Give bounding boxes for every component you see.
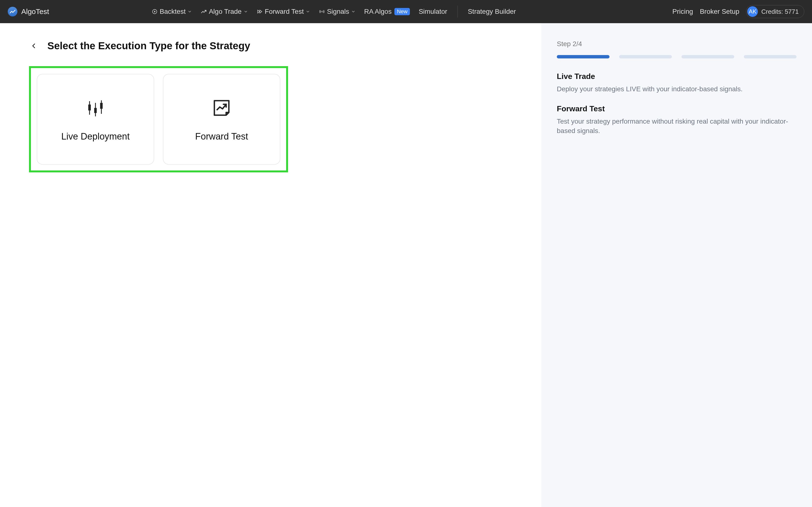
nav-item-label: Strategy Builder — [468, 8, 516, 15]
nav-item-label: Signals — [327, 8, 349, 15]
new-badge: New — [394, 8, 410, 15]
nav-backtest[interactable]: Backtest — [152, 8, 192, 15]
chart-document-icon — [211, 97, 233, 119]
card-label: Forward Test — [195, 131, 248, 142]
progress-segment-3 — [681, 55, 734, 58]
section-body-forward-test: Test your strategy performance without r… — [557, 117, 797, 135]
nav-ra-algos[interactable]: RA Algos New — [364, 8, 410, 15]
section-title-live-trade: Live Trade — [557, 72, 797, 81]
option-live-deployment[interactable]: Live Deployment — [37, 74, 154, 165]
nav-divider — [457, 6, 458, 18]
nav-algo-trade[interactable]: Algo Trade — [201, 8, 248, 15]
play-circle-icon — [152, 8, 158, 15]
step-indicator: Step 2/4 — [557, 40, 797, 48]
brand-name: AlgoTest — [21, 7, 49, 16]
trend-up-icon — [201, 8, 207, 15]
chevron-down-icon — [306, 8, 310, 15]
svg-rect-3 — [88, 105, 91, 111]
nav-item-label: Algo Trade — [209, 8, 242, 15]
brand-logo-icon — [8, 7, 17, 16]
svg-rect-5 — [94, 108, 97, 113]
broadcast-icon — [319, 8, 325, 15]
options-highlight-box: Live Deployment Forward Test — [29, 66, 288, 172]
section-body-live-trade: Deploy your strategies LIVE with your in… — [557, 84, 797, 94]
main-layout: Select the Execution Type for the Strate… — [0, 23, 812, 507]
progress-segment-2 — [619, 55, 672, 58]
option-forward-test[interactable]: Forward Test — [163, 74, 280, 165]
chevron-down-icon — [188, 8, 192, 15]
sidebar-right: Step 2/4 Live Trade Deploy your strategi… — [541, 23, 812, 507]
app-header: AlgoTest Backtest Algo Trade — [0, 0, 812, 23]
nav-signals[interactable]: Signals — [319, 8, 355, 15]
section-title-forward-test: Forward Test — [557, 104, 797, 113]
nav-item-label: RA Algos — [364, 8, 392, 15]
main-content: Select the Execution Type for the Strate… — [0, 23, 541, 507]
nav-center: Backtest Algo Trade — [152, 6, 516, 18]
progress-segment-1 — [557, 55, 609, 58]
svg-point-1 — [321, 11, 322, 12]
page-title-row: Select the Execution Type for the Strate… — [29, 40, 512, 52]
nav-simulator[interactable]: Simulator — [418, 8, 447, 15]
chevron-down-icon — [351, 8, 355, 15]
nav-item-label: Simulator — [418, 8, 447, 15]
nav-forward-test[interactable]: Forward Test — [257, 8, 310, 15]
nav-pricing[interactable]: Pricing — [672, 8, 693, 15]
nav-item-label: Pricing — [672, 8, 693, 15]
fast-forward-icon — [257, 8, 263, 15]
credits-label: Credits: 5771 — [761, 8, 799, 15]
nav-item-label: Broker Setup — [700, 8, 739, 15]
candlestick-icon — [85, 97, 106, 119]
nav-right: Pricing Broker Setup AK Credits: 5771 — [672, 5, 804, 18]
progress-segment-4 — [744, 55, 797, 58]
credits-pill[interactable]: AK Credits: 5771 — [746, 5, 804, 18]
nav-broker-setup[interactable]: Broker Setup — [700, 8, 739, 15]
chevron-down-icon — [244, 8, 248, 15]
card-label: Live Deployment — [61, 131, 130, 142]
back-button[interactable] — [29, 41, 39, 51]
nav-item-label: Backtest — [160, 8, 186, 15]
avatar: AK — [747, 6, 758, 17]
nav-strategy-builder[interactable]: Strategy Builder — [468, 8, 516, 15]
progress-bar — [557, 55, 797, 58]
nav-item-label: Forward Test — [265, 8, 304, 15]
page-title: Select the Execution Type for the Strate… — [47, 40, 250, 52]
svg-rect-7 — [100, 103, 103, 109]
brand[interactable]: AlgoTest — [8, 7, 49, 16]
